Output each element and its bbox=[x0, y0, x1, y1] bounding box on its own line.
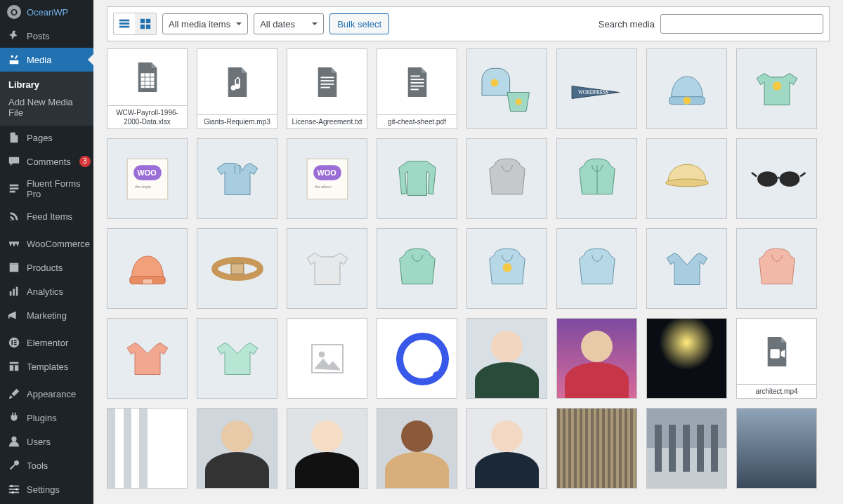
media-tile[interactable] bbox=[377, 228, 457, 309]
product-thumbnail bbox=[737, 139, 816, 218]
sidebar-item-comments[interactable]: Comments 3 bbox=[0, 150, 93, 173]
svg-rect-0 bbox=[10, 185, 19, 187]
media-tile[interactable] bbox=[736, 138, 817, 219]
sidebar-sub-add-new[interactable]: Add New Media File bbox=[0, 93, 93, 121]
svg-point-31 bbox=[490, 79, 498, 86]
photo-thumbnail bbox=[107, 409, 187, 488]
svg-point-46 bbox=[757, 171, 778, 187]
form-icon bbox=[7, 182, 21, 196]
media-tile[interactable] bbox=[646, 318, 727, 399]
filter-media-type[interactable]: All media items bbox=[162, 13, 248, 34]
media-tile[interactable]: WOOthe album bbox=[287, 138, 367, 219]
media-tile[interactable] bbox=[107, 318, 188, 399]
media-tile[interactable] bbox=[466, 318, 547, 399]
svg-rect-10 bbox=[14, 340, 17, 341]
document-icon bbox=[404, 65, 431, 99]
list-view-button[interactable] bbox=[114, 13, 135, 34]
media-tile[interactable] bbox=[736, 48, 817, 129]
media-tile[interactable]: WORDPRESS bbox=[556, 48, 637, 129]
media-tile[interactable] bbox=[646, 228, 727, 309]
svg-point-20 bbox=[11, 485, 13, 488]
elementor-icon bbox=[7, 336, 21, 350]
media-tile[interactable] bbox=[466, 48, 547, 129]
sidebar-item-settings[interactable]: Settings bbox=[0, 477, 93, 501]
media-tile[interactable] bbox=[646, 48, 727, 129]
sidebar-item-label: Products bbox=[27, 263, 63, 273]
sidebar-sub-library[interactable]: Library bbox=[0, 76, 93, 93]
comments-count-badge: 3 bbox=[79, 156, 91, 167]
media-tile[interactable] bbox=[287, 318, 367, 399]
sidebar-item-tools[interactable]: Tools bbox=[0, 453, 93, 477]
media-tile[interactable] bbox=[736, 228, 817, 309]
woocommerce-icon bbox=[7, 237, 21, 251]
media-tile[interactable]: WCW-Payroll-1996-2000-Data.xlsx bbox=[107, 48, 188, 129]
sidebar-item-label: Templates bbox=[27, 362, 68, 372]
media-tile[interactable] bbox=[466, 408, 547, 489]
media-tile[interactable] bbox=[466, 228, 547, 309]
media-tile[interactable] bbox=[287, 408, 367, 489]
filter-date[interactable]: All dates bbox=[254, 13, 324, 34]
sidebar-item-analytics[interactable]: Analytics bbox=[0, 279, 93, 303]
sidebar-item-media[interactable]: Media bbox=[0, 48, 93, 72]
sidebar-item-plugins[interactable]: Plugins bbox=[0, 406, 93, 430]
media-tile[interactable] bbox=[197, 318, 277, 399]
sidebar-item-appearance[interactable]: Appearance bbox=[0, 382, 93, 406]
svg-rect-6 bbox=[13, 289, 15, 296]
media-tile[interactable]: architect.mp4 bbox=[736, 318, 817, 399]
media-tile[interactable] bbox=[556, 228, 637, 309]
media-tile[interactable] bbox=[466, 138, 547, 219]
media-caption: License-Agreement.txt bbox=[287, 114, 367, 128]
svg-rect-25 bbox=[119, 22, 129, 25]
media-tile[interactable] bbox=[646, 138, 727, 219]
media-tile[interactable] bbox=[197, 228, 277, 309]
sidebar-item-products[interactable]: Products bbox=[0, 256, 93, 279]
sidebar-item-posts[interactable]: Posts bbox=[0, 24, 93, 48]
svg-point-35 bbox=[683, 96, 691, 104]
sidebar-item-elementor[interactable]: Elementor bbox=[0, 331, 93, 354]
photo-thumbnail bbox=[737, 409, 816, 488]
search-input[interactable] bbox=[660, 14, 823, 34]
sidebar-item-feeditems[interactable]: Feed Items bbox=[0, 204, 93, 228]
media-tile[interactable] bbox=[377, 138, 457, 219]
sidebar-item-templates[interactable]: Templates bbox=[0, 354, 93, 378]
media-tile[interactable] bbox=[377, 318, 457, 399]
svg-rect-26 bbox=[119, 26, 129, 28]
media-tile[interactable] bbox=[107, 408, 188, 489]
bulk-select-button[interactable]: Bulk select bbox=[329, 13, 389, 34]
document-icon bbox=[764, 335, 790, 369]
media-tile[interactable] bbox=[556, 138, 637, 219]
media-tile[interactable] bbox=[107, 228, 188, 309]
media-tile[interactable]: License-Agreement.txt bbox=[287, 48, 367, 129]
media-tile[interactable]: WOOthe single bbox=[107, 138, 188, 219]
photo-thumbnail bbox=[647, 319, 726, 398]
sidebar-item-marketing[interactable]: Marketing bbox=[0, 303, 93, 327]
svg-text:the single: the single bbox=[135, 184, 151, 188]
media-tile[interactable]: git-cheat-sheet.pdf bbox=[377, 48, 457, 129]
sidebar-item-woocommerce[interactable]: WooCommerce bbox=[0, 232, 93, 256]
sidebar-item-pages[interactable]: Pages bbox=[0, 126, 93, 150]
media-tile[interactable]: Giants-Requiem.mp3 bbox=[197, 48, 277, 129]
media-tile[interactable] bbox=[377, 408, 457, 489]
media-tile[interactable] bbox=[646, 408, 727, 489]
sidebar-site[interactable]: O OceanWP bbox=[0, 0, 93, 24]
svg-rect-5 bbox=[10, 291, 12, 296]
sidebar-item-users[interactable]: Users bbox=[0, 430, 93, 453]
product-thumbnail: WORDPRESS bbox=[557, 49, 636, 128]
grid-view-button[interactable] bbox=[135, 13, 156, 34]
media-tile[interactable] bbox=[197, 138, 277, 219]
svg-point-22 bbox=[11, 491, 14, 494]
sidebar-item-fluentforms[interactable]: Fluent Forms Pro bbox=[0, 173, 93, 204]
media-tile[interactable] bbox=[287, 228, 367, 309]
filter-media-type-label: All media items bbox=[169, 19, 230, 29]
media-tile[interactable] bbox=[556, 318, 637, 399]
media-tile[interactable] bbox=[736, 408, 817, 489]
photo-thumbnail bbox=[557, 409, 636, 488]
svg-text:WORDPRESS: WORDPRESS bbox=[578, 90, 608, 95]
media-tile[interactable] bbox=[556, 408, 637, 489]
view-toggle bbox=[113, 13, 157, 35]
svg-rect-14 bbox=[10, 365, 13, 371]
photo-thumbnail bbox=[377, 409, 457, 488]
media-caption: git-cheat-sheet.pdf bbox=[377, 114, 457, 128]
product-thumbnail: WOOthe album bbox=[287, 139, 367, 218]
media-tile[interactable] bbox=[197, 408, 277, 489]
